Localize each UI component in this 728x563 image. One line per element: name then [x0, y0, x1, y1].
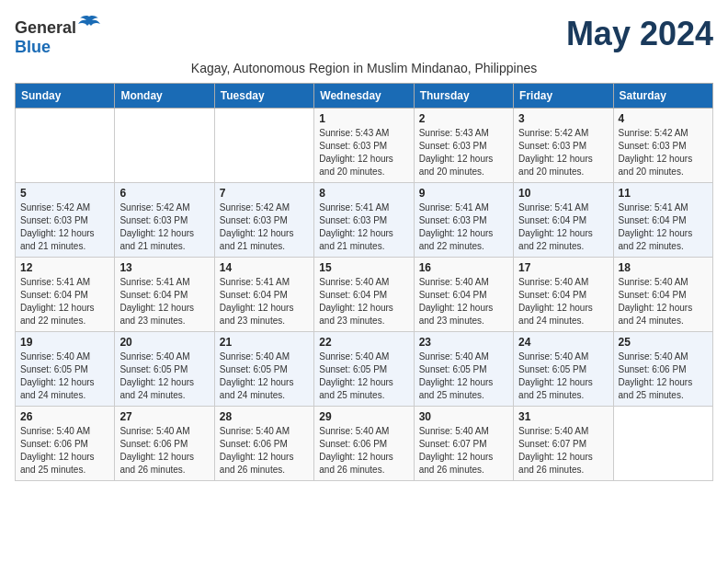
calendar-cell: 11Sunrise: 5:41 AM Sunset: 6:04 PM Dayli… — [613, 183, 712, 258]
day-info: Sunrise: 5:40 AM Sunset: 6:05 PM Dayligh… — [419, 350, 508, 402]
day-number: 20 — [119, 336, 209, 349]
day-number: 25 — [619, 336, 708, 349]
day-number: 27 — [119, 410, 209, 423]
day-number: 11 — [619, 187, 708, 200]
calendar-cell: 5Sunrise: 5:42 AM Sunset: 6:03 PM Daylig… — [16, 183, 115, 258]
calendar-cell: 2Sunrise: 5:43 AM Sunset: 6:03 PM Daylig… — [414, 109, 513, 183]
day-info: Sunrise: 5:42 AM Sunset: 6:03 PM Dayligh… — [619, 127, 708, 178]
day-number: 2 — [419, 112, 508, 125]
calendar-week-row: 26Sunrise: 5:40 AM Sunset: 6:06 PM Dayli… — [16, 407, 713, 481]
day-number: 1 — [319, 112, 408, 125]
calendar-cell: 17Sunrise: 5:40 AM Sunset: 6:04 PM Dayli… — [514, 258, 613, 332]
calendar-cell: 9Sunrise: 5:41 AM Sunset: 6:03 PM Daylig… — [414, 183, 513, 258]
calendar-cell — [214, 109, 313, 183]
calendar-cell: 14Sunrise: 5:41 AM Sunset: 6:04 PM Dayli… — [214, 258, 313, 332]
day-info: Sunrise: 5:40 AM Sunset: 6:07 PM Dayligh… — [518, 425, 608, 477]
calendar-cell: 30Sunrise: 5:40 AM Sunset: 6:07 PM Dayli… — [414, 407, 513, 481]
day-info: Sunrise: 5:42 AM Sunset: 6:03 PM Dayligh… — [20, 201, 109, 253]
day-number: 21 — [220, 336, 309, 349]
day-number: 31 — [518, 410, 608, 423]
calendar-cell: 6Sunrise: 5:42 AM Sunset: 6:03 PM Daylig… — [115, 183, 214, 258]
day-info: Sunrise: 5:40 AM Sunset: 6:06 PM Dayligh… — [319, 425, 408, 477]
day-number: 13 — [119, 261, 209, 274]
calendar-subtitle: Kagay, Autonomous Region in Muslim Minda… — [15, 61, 713, 75]
calendar-cell: 29Sunrise: 5:40 AM Sunset: 6:06 PM Dayli… — [314, 407, 414, 481]
day-info: Sunrise: 5:40 AM Sunset: 6:04 PM Dayligh… — [518, 276, 608, 327]
day-info: Sunrise: 5:40 AM Sunset: 6:04 PM Dayligh… — [619, 276, 708, 327]
day-number: 22 — [319, 336, 408, 349]
day-number: 8 — [319, 187, 408, 200]
day-info: Sunrise: 5:40 AM Sunset: 6:04 PM Dayligh… — [319, 276, 408, 327]
calendar-cell: 1Sunrise: 5:43 AM Sunset: 6:03 PM Daylig… — [314, 109, 414, 183]
day-number: 15 — [319, 261, 408, 274]
day-number: 12 — [20, 261, 109, 274]
day-info: Sunrise: 5:42 AM Sunset: 6:03 PM Dayligh… — [119, 201, 209, 253]
logo-general: General — [15, 18, 76, 37]
calendar-week-row: 5Sunrise: 5:42 AM Sunset: 6:03 PM Daylig… — [16, 183, 713, 258]
day-number: 16 — [419, 261, 508, 274]
calendar-cell: 4Sunrise: 5:42 AM Sunset: 6:03 PM Daylig… — [613, 109, 712, 183]
calendar-cell: 31Sunrise: 5:40 AM Sunset: 6:07 PM Dayli… — [514, 407, 613, 481]
calendar-cell: 23Sunrise: 5:40 AM Sunset: 6:05 PM Dayli… — [414, 332, 513, 407]
day-of-week-header: Wednesday — [314, 84, 414, 109]
day-info: Sunrise: 5:41 AM Sunset: 6:04 PM Dayligh… — [518, 201, 608, 253]
calendar-cell: 15Sunrise: 5:40 AM Sunset: 6:04 PM Dayli… — [314, 258, 414, 332]
day-info: Sunrise: 5:41 AM Sunset: 6:04 PM Dayligh… — [119, 276, 209, 327]
calendar-cell: 16Sunrise: 5:40 AM Sunset: 6:04 PM Dayli… — [414, 258, 513, 332]
day-number: 5 — [20, 187, 109, 200]
day-info: Sunrise: 5:40 AM Sunset: 6:06 PM Dayligh… — [220, 425, 309, 477]
calendar-cell: 22Sunrise: 5:40 AM Sunset: 6:05 PM Dayli… — [314, 332, 414, 407]
calendar-cell: 8Sunrise: 5:41 AM Sunset: 6:03 PM Daylig… — [314, 183, 414, 258]
day-info: Sunrise: 5:41 AM Sunset: 6:04 PM Dayligh… — [20, 276, 109, 327]
calendar-cell: 7Sunrise: 5:42 AM Sunset: 6:03 PM Daylig… — [214, 183, 313, 258]
day-info: Sunrise: 5:41 AM Sunset: 6:04 PM Dayligh… — [619, 201, 708, 253]
calendar-table: SundayMondayTuesdayWednesdayThursdayFrid… — [15, 83, 713, 481]
calendar-cell: 26Sunrise: 5:40 AM Sunset: 6:06 PM Dayli… — [16, 407, 115, 481]
calendar-cell — [16, 109, 115, 183]
calendar-cell: 21Sunrise: 5:40 AM Sunset: 6:05 PM Dayli… — [214, 332, 313, 407]
day-info: Sunrise: 5:41 AM Sunset: 6:03 PM Dayligh… — [319, 201, 408, 253]
day-info: Sunrise: 5:41 AM Sunset: 6:04 PM Dayligh… — [220, 276, 309, 327]
day-number: 29 — [319, 410, 408, 423]
day-info: Sunrise: 5:42 AM Sunset: 6:03 PM Dayligh… — [518, 127, 608, 178]
day-info: Sunrise: 5:40 AM Sunset: 6:05 PM Dayligh… — [119, 350, 209, 402]
day-info: Sunrise: 5:40 AM Sunset: 6:07 PM Dayligh… — [419, 425, 508, 477]
day-number: 26 — [20, 410, 109, 423]
day-number: 19 — [20, 336, 109, 349]
day-number: 30 — [419, 410, 508, 423]
day-info: Sunrise: 5:40 AM Sunset: 6:05 PM Dayligh… — [20, 350, 109, 402]
day-info: Sunrise: 5:40 AM Sunset: 6:06 PM Dayligh… — [20, 425, 109, 477]
day-number: 23 — [419, 336, 508, 349]
day-info: Sunrise: 5:40 AM Sunset: 6:06 PM Dayligh… — [619, 350, 708, 402]
calendar-cell: 18Sunrise: 5:40 AM Sunset: 6:04 PM Dayli… — [613, 258, 712, 332]
calendar-cell: 27Sunrise: 5:40 AM Sunset: 6:06 PM Dayli… — [115, 407, 214, 481]
day-info: Sunrise: 5:40 AM Sunset: 6:05 PM Dayligh… — [220, 350, 309, 402]
day-number: 7 — [220, 187, 309, 200]
day-number: 17 — [518, 261, 608, 274]
day-info: Sunrise: 5:40 AM Sunset: 6:05 PM Dayligh… — [518, 350, 608, 402]
logo-blue: Blue — [15, 38, 51, 56]
month-title: May 2024 — [566, 15, 713, 53]
calendar-cell: 12Sunrise: 5:41 AM Sunset: 6:04 PM Dayli… — [16, 258, 115, 332]
calendar-cell: 28Sunrise: 5:40 AM Sunset: 6:06 PM Dayli… — [214, 407, 313, 481]
calendar-week-row: 19Sunrise: 5:40 AM Sunset: 6:05 PM Dayli… — [16, 332, 713, 407]
day-number: 3 — [518, 112, 608, 125]
logo-text: General Blue — [15, 15, 100, 57]
calendar-cell: 19Sunrise: 5:40 AM Sunset: 6:05 PM Dayli… — [16, 332, 115, 407]
day-of-week-header: Tuesday — [214, 84, 313, 109]
day-info: Sunrise: 5:40 AM Sunset: 6:05 PM Dayligh… — [319, 350, 408, 402]
day-number: 4 — [619, 112, 708, 125]
day-number: 18 — [619, 261, 708, 274]
calendar-header-row: SundayMondayTuesdayWednesdayThursdayFrid… — [16, 84, 713, 109]
day-info: Sunrise: 5:41 AM Sunset: 6:03 PM Dayligh… — [419, 201, 508, 253]
calendar-week-row: 12Sunrise: 5:41 AM Sunset: 6:04 PM Dayli… — [16, 258, 713, 332]
day-info: Sunrise: 5:40 AM Sunset: 6:04 PM Dayligh… — [419, 276, 508, 327]
day-info: Sunrise: 5:40 AM Sunset: 6:06 PM Dayligh… — [119, 425, 209, 477]
calendar-cell: 10Sunrise: 5:41 AM Sunset: 6:04 PM Dayli… — [514, 183, 613, 258]
day-number: 6 — [119, 187, 209, 200]
day-info: Sunrise: 5:43 AM Sunset: 6:03 PM Dayligh… — [319, 127, 408, 178]
day-number: 28 — [220, 410, 309, 423]
calendar-cell: 24Sunrise: 5:40 AM Sunset: 6:05 PM Dayli… — [514, 332, 613, 407]
calendar-cell: 20Sunrise: 5:40 AM Sunset: 6:05 PM Dayli… — [115, 332, 214, 407]
day-of-week-header: Friday — [514, 84, 613, 109]
